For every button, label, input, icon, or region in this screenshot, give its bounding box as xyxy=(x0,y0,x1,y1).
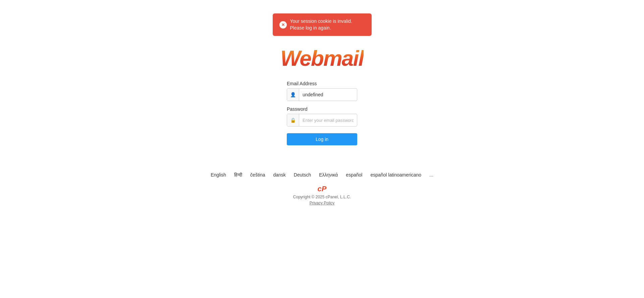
language-german[interactable]: Deutsch xyxy=(294,172,311,178)
email-label: Email Address xyxy=(287,81,357,86)
language-greek[interactable]: Ελληνικά xyxy=(319,172,338,178)
logo-container: Webmail xyxy=(280,46,364,71)
login-button[interactable]: Log in xyxy=(287,133,357,145)
cpanel-section: cP Copyright © 2025 cPanel, L.L.C. Priva… xyxy=(293,185,351,205)
footer-section: English हिन्दी čeština dansk Deutsch Ελλ… xyxy=(211,172,433,205)
password-group: Password 🔒 xyxy=(287,106,357,127)
language-hindi[interactable]: हिन्दी xyxy=(234,172,242,178)
language-spanish-latin[interactable]: español latinoamericano xyxy=(370,172,421,178)
language-danish[interactable]: dansk xyxy=(273,172,285,178)
email-input[interactable] xyxy=(299,89,357,100)
language-english[interactable]: English xyxy=(211,172,226,178)
page-wrapper: Your session cookie is invalid. Please l… xyxy=(0,0,644,205)
email-input-wrapper: 👤 xyxy=(287,88,357,101)
user-icon: 👤 xyxy=(287,89,299,101)
password-input[interactable] xyxy=(299,115,357,126)
more-languages-button[interactable]: ... xyxy=(429,172,433,178)
privacy-policy-link[interactable]: Privacy Policy xyxy=(310,201,335,205)
error-icon xyxy=(279,21,287,29)
password-input-wrapper: 🔒 xyxy=(287,114,357,127)
language-spanish[interactable]: español xyxy=(346,172,362,178)
login-form: Email Address 👤 Password 🔒 Log in xyxy=(287,81,357,145)
error-message: Your session cookie is invalid. Please l… xyxy=(290,18,365,31)
language-links: English हिन्दी čeština dansk Deutsch Ελλ… xyxy=(211,172,433,178)
webmail-logo: Webmail xyxy=(280,46,364,71)
email-group: Email Address 👤 xyxy=(287,81,357,101)
cpanel-logo: cP xyxy=(318,185,327,193)
copyright-text: Copyright © 2025 cPanel, L.L.C. xyxy=(293,195,351,199)
password-label: Password xyxy=(287,106,357,112)
lock-icon: 🔒 xyxy=(287,114,299,126)
language-czech[interactable]: čeština xyxy=(250,172,265,178)
error-banner: Your session cookie is invalid. Please l… xyxy=(273,13,372,36)
